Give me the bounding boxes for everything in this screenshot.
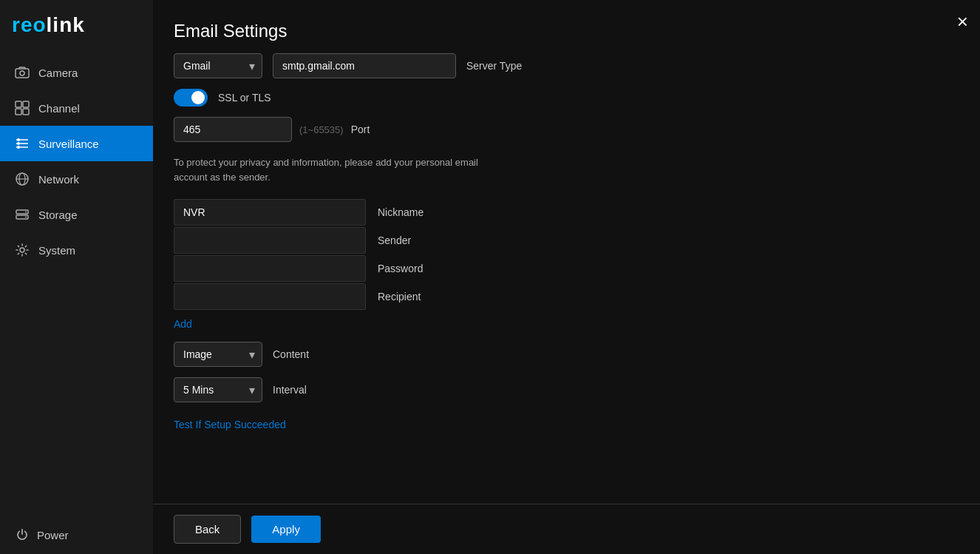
- sidebar-item-network[interactable]: Network: [0, 161, 153, 197]
- svg-point-9: [17, 138, 20, 141]
- port-label: Port: [351, 124, 370, 135]
- logo-area: reolink: [0, 0, 153, 55]
- content-label: Content: [273, 348, 309, 360]
- svg-rect-3: [23, 101, 29, 107]
- interval-select-wrap[interactable]: 1 Min 2 Mins 5 Mins 10 Mins 30 Mins: [174, 377, 262, 402]
- content-row: Image Text Content: [174, 342, 959, 367]
- interval-label: Interval: [273, 384, 307, 396]
- camera-icon: [15, 65, 30, 80]
- svg-rect-0: [16, 69, 29, 78]
- back-button[interactable]: Back: [174, 515, 241, 544]
- sidebar-item-channel[interactable]: Channel: [0, 90, 153, 126]
- test-setup-link[interactable]: Test If Setup Succeeded: [174, 419, 286, 430]
- sidebar-item-system[interactable]: System: [0, 232, 153, 268]
- password-input[interactable]: [174, 255, 366, 282]
- sender-input[interactable]: [174, 227, 366, 254]
- sidebar-item-storage[interactable]: Storage: [0, 197, 153, 232]
- svg-point-10: [17, 142, 20, 145]
- add-link[interactable]: Add: [174, 318, 192, 330]
- recipient-input[interactable]: [174, 283, 366, 310]
- svg-point-1: [20, 71, 24, 75]
- bottom-bar: Back Apply: [153, 504, 980, 554]
- password-row: Password: [174, 255, 617, 282]
- password-label: Password: [366, 263, 455, 274]
- page-title: Email Settings: [174, 0, 959, 53]
- sender-label: Sender: [366, 234, 455, 246]
- nickname-input[interactable]: [174, 199, 366, 226]
- port-row: (1~65535) Port: [174, 117, 959, 142]
- content-area: Gmail Yahoo Custom Server Type SSL or TL…: [174, 53, 959, 554]
- password-input-wrap: [174, 255, 366, 282]
- nickname-label: Nickname: [366, 206, 455, 218]
- storage-icon: [15, 207, 30, 222]
- recipient-label: Recipient: [366, 291, 455, 303]
- ssl-toggle[interactable]: [174, 89, 208, 107]
- channel-icon: [15, 101, 30, 115]
- svg-rect-5: [23, 109, 29, 115]
- port-range-hint: (1~65535): [299, 124, 344, 135]
- ssl-label: SSL or TLS: [218, 92, 271, 104]
- sidebar-item-camera-label: Camera: [38, 67, 78, 79]
- network-icon: [15, 172, 30, 186]
- svg-point-18: [25, 217, 27, 218]
- sender-input-wrap: [174, 227, 366, 254]
- sidebar-item-network-label: Network: [38, 173, 79, 186]
- power-label: Power: [37, 529, 69, 541]
- sidebar-item-system-label: System: [38, 244, 75, 257]
- surveillance-icon: [15, 136, 30, 151]
- recipient-row: Recipient: [174, 283, 617, 310]
- svg-point-19: [20, 248, 24, 252]
- interval-select[interactable]: 1 Min 2 Mins 5 Mins 10 Mins 30 Mins: [174, 377, 262, 402]
- nickname-input-wrap: [174, 199, 366, 226]
- svg-rect-4: [16, 109, 21, 115]
- content-select[interactable]: Image Text: [174, 342, 262, 367]
- svg-point-17: [25, 212, 27, 213]
- port-input[interactable]: [174, 117, 292, 142]
- server-type-row: Gmail Yahoo Custom Server Type: [174, 53, 959, 78]
- sender-row: Sender: [174, 227, 617, 254]
- info-text: To protect your privacy and information,…: [174, 155, 514, 184]
- logo: reolink: [12, 13, 141, 37]
- power-icon: [15, 527, 30, 542]
- interval-row: 1 Min 2 Mins 5 Mins 10 Mins 30 Mins Inte…: [174, 377, 959, 402]
- sidebar-item-storage-label: Storage: [38, 209, 78, 221]
- sidebar-item-channel-label: Channel: [38, 102, 80, 115]
- sidebar-item-surveillance[interactable]: Surveillance: [0, 126, 153, 161]
- main-content: × Email Settings Gmail Yahoo Custom Serv…: [153, 0, 980, 554]
- svg-rect-2: [16, 101, 21, 107]
- sidebar: reolink Camera: [0, 0, 153, 554]
- email-provider-select-wrap[interactable]: Gmail Yahoo Custom: [174, 53, 262, 78]
- power-button[interactable]: Power: [0, 516, 153, 554]
- sidebar-nav: Camera Channel: [0, 55, 153, 268]
- svg-point-11: [17, 146, 20, 149]
- sidebar-item-camera[interactable]: Camera: [0, 55, 153, 90]
- ssl-toggle-thumb: [191, 91, 205, 104]
- form-table: Nickname Sender Password R: [174, 199, 617, 310]
- email-provider-select[interactable]: Gmail Yahoo Custom: [174, 53, 262, 78]
- ssl-toggle-track[interactable]: [174, 89, 208, 107]
- smtp-server-input[interactable]: [273, 53, 456, 78]
- sidebar-item-surveillance-label: Surveillance: [38, 138, 99, 150]
- server-type-label: Server Type: [466, 60, 522, 72]
- system-icon: [15, 243, 30, 257]
- nickname-row: Nickname: [174, 199, 617, 226]
- recipient-input-wrap: [174, 283, 366, 310]
- content-select-wrap[interactable]: Image Text: [174, 342, 262, 367]
- apply-button[interactable]: Apply: [251, 516, 321, 543]
- ssl-toggle-row: SSL or TLS: [174, 89, 959, 107]
- close-button[interactable]: ×: [957, 12, 968, 31]
